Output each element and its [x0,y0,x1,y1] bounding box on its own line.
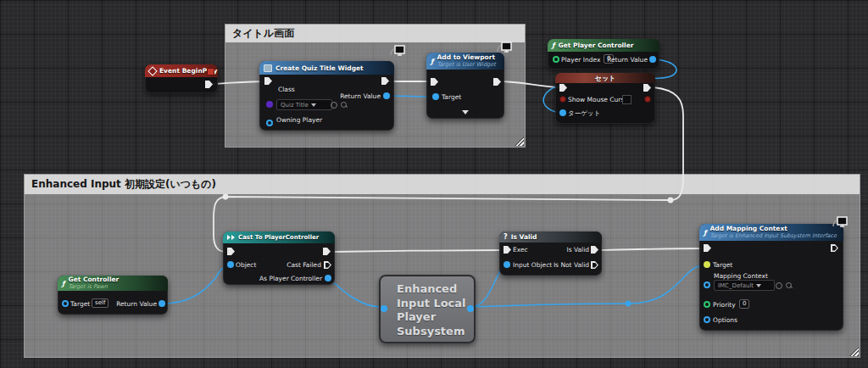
class-dropdown[interactable]: Quiz Title [276,99,332,110]
class-pin[interactable] [266,101,273,108]
dropdown-arrow-icon [311,103,316,107]
class-pin-label: Class [278,86,295,93]
reset-icon[interactable] [331,102,337,109]
node-event-beginplay[interactable]: Event BeginPlay [145,64,218,93]
exec-out-pin[interactable] [831,244,838,252]
show-mouse-cursor-pin[interactable] [559,96,566,103]
node-get-controller[interactable]: ƒ Get Controller Target is Pawn Target s… [58,276,168,315]
target-pin[interactable] [432,93,439,100]
return-value-pin[interactable] [467,305,474,312]
target-self-input[interactable]: self [92,298,108,308]
node-add-mapping-context[interactable]: ƒ Add Mapping Context Target is Enhanced… [699,224,843,331]
node-title: Is Valid [511,233,537,241]
exec-in-pin[interactable] [431,78,438,86]
display-preview-icon [495,41,514,56]
return-value-label: Return Value [607,56,648,64]
comment-resize-handle[interactable] [515,137,524,146]
object-label: Object [236,261,256,269]
subsystem-line: Subsystem [397,325,474,339]
node-create-quiz-title-widget[interactable]: Create Quiz Title Widget Class Quiz Titl… [259,61,394,131]
dropdown-arrow-icon [756,284,761,287]
display-preview-icon [388,44,407,59]
subsystem-line: Input Local [397,297,474,311]
target-label: Target [442,93,461,101]
mapping-context-dropdown[interactable]: IMC_Default [714,280,775,291]
node-title: セット [595,74,616,83]
target-pin[interactable] [62,300,69,307]
return-value-pin[interactable] [383,92,390,99]
node-is-valid[interactable]: ? Is Valid Exec Is Valid Input Object Is… [499,231,602,276]
mapping-context-pin[interactable] [704,282,710,288]
priority-pin[interactable] [704,301,710,308]
target-pin[interactable] [704,261,710,268]
function-icon: ƒ [704,229,706,237]
debug-badge [207,68,214,75]
exec-in-pin[interactable] [559,84,567,92]
player-index-label: Player Index [561,56,600,64]
function-icon: ƒ [62,280,64,287]
exec-in-pin[interactable] [227,248,235,255]
is-valid-exec-pin[interactable] [591,246,598,254]
as-player-controller-pin[interactable] [325,275,331,282]
priority-input[interactable]: 0 [739,299,749,309]
function-icon: ƒ [431,58,433,65]
node-title: Create Quiz Title Widget [275,64,364,72]
is-valid-label: Is Valid [566,246,589,254]
exec-out-pin[interactable] [643,84,651,92]
function-icon: ƒ [552,42,554,49]
player-index-pin[interactable] [553,56,559,63]
search-icon[interactable] [341,102,347,108]
event-icon [147,66,157,75]
mapping-context-value: IMC_Default [718,282,754,289]
exec-out-pin[interactable] [205,81,213,88]
input-object-pin[interactable] [504,261,510,268]
show-mouse-cursor-checkbox[interactable] [622,95,632,104]
node-enhanced-input-local-player-subsystem[interactable]: Enhanced Input Local Player Subsystem [379,275,476,343]
cast-failed-pin[interactable] [324,261,331,269]
node-set-show-mouse-cursor[interactable]: セット Show Mouse Cursor ターゲット [555,73,655,124]
exec-out-pin[interactable] [493,78,501,86]
expand-chevron-icon[interactable] [462,110,469,114]
cast-failed-label: Cast Failed [287,261,321,269]
cast-icon [227,235,235,240]
is-not-valid-label: Is Not Valid [554,261,589,269]
display-preview-icon [831,215,849,231]
exec-label: Exec [513,246,528,254]
node-title: Cast To PlayerController [238,234,319,241]
node-add-to-viewport[interactable]: ƒ Add to Viewport Target is User Widget … [426,53,504,119]
show-mouse-cursor-label: Show Mouse Cursor [568,96,631,103]
return-value-pin[interactable] [649,56,656,63]
target-label: Target [70,300,90,308]
owning-player-pin[interactable] [266,120,273,126]
return-value-label: Return Value [340,92,381,100]
exec-in-pin[interactable] [264,77,272,85]
search-icon[interactable] [786,282,792,288]
exec-out-pin[interactable] [323,248,331,255]
node-subtitle: Target is User Widget [437,62,495,68]
comment-header[interactable]: タイトル画面 [225,25,525,42]
node-get-player-controller[interactable]: ƒ Get Player Controller Player Index 0 R… [548,39,659,70]
owning-player-label: Owning Player [276,116,322,124]
target-in-pin[interactable] [381,305,387,312]
object-pin[interactable] [227,261,234,268]
target-pin[interactable] [559,109,566,116]
exec-in-pin[interactable] [704,244,711,252]
is-not-valid-exec-pin[interactable] [591,261,598,269]
subsystem-line: Enhanced [397,282,474,297]
as-player-controller-label: As Player Controller [259,275,322,282]
exec-in-pin[interactable] [504,246,511,254]
comment-header[interactable]: Enhanced Input 初期設定(いつもの) [25,175,860,194]
subsystem-line: Player [397,310,474,325]
exec-out-pin[interactable] [381,77,389,85]
node-cast-to-playercontroller[interactable]: Cast To PlayerController Object Cast Fai… [223,231,335,285]
options-pin[interactable] [704,316,710,323]
return-value-label: Return Value [116,300,157,308]
return-value-pin[interactable] [159,300,165,307]
reset-icon[interactable] [776,282,782,289]
blueprint-graph-canvas[interactable]: タイトル画面 Enhanced Input 初期設定(いつもの) [0,0,868,368]
output-value-pin[interactable] [644,96,651,103]
options-label: Options [713,316,737,324]
comment-resize-handle[interactable] [849,347,859,356]
target-label: Target [713,261,732,269]
widget-icon [264,64,272,72]
